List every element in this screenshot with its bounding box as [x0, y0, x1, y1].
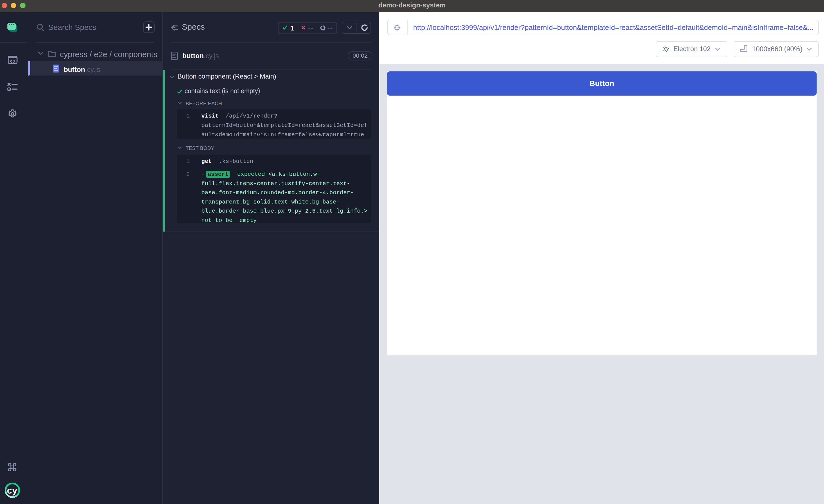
svg-text:cy: cy — [7, 485, 17, 496]
